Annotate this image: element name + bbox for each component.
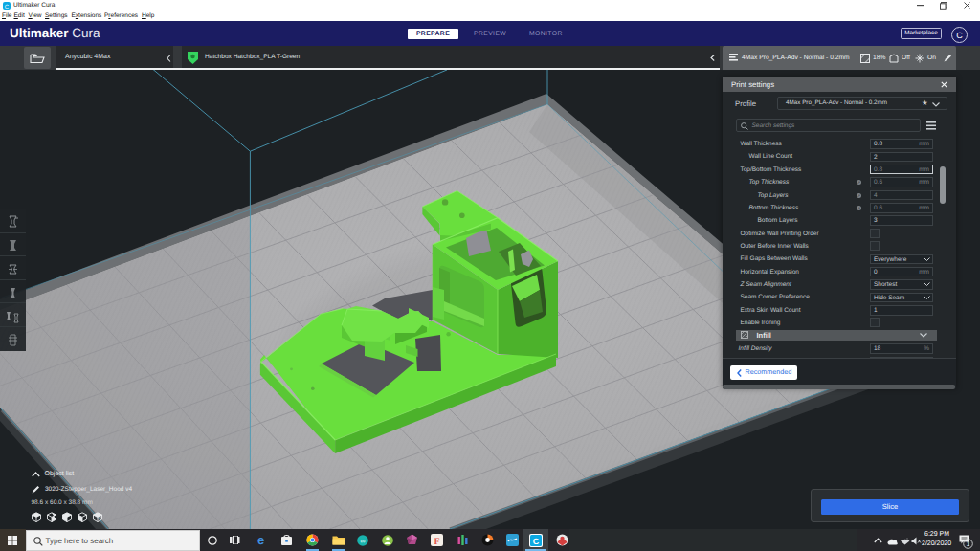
svg-text:1: 1	[967, 541, 970, 548]
svg-text:e: e	[257, 534, 264, 546]
svg-text:C: C	[956, 31, 963, 40]
svg-text:F: F	[434, 537, 439, 547]
svg-text:∞: ∞	[361, 538, 366, 544]
svg-text:C: C	[5, 4, 10, 11]
svg-text:C: C	[533, 536, 540, 545]
